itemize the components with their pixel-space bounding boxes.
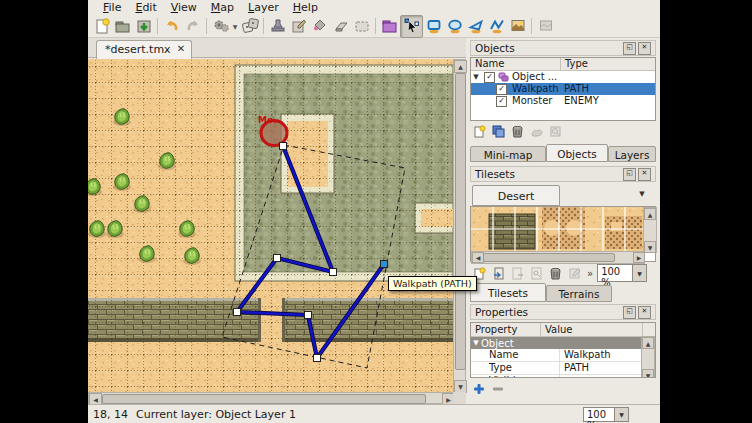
selected-path-node[interactable] (381, 261, 388, 268)
open-map-icon[interactable] (112, 16, 133, 37)
statusbar-zoom-value: 100 % (584, 408, 614, 421)
add-property-icon[interactable] (472, 381, 486, 400)
scroll-down-icon[interactable]: ▼ (642, 369, 654, 378)
properties-scrollbar[interactable]: ▲ ▼ (641, 336, 655, 378)
stamp-tool-icon[interactable] (267, 16, 288, 37)
visible-checkbox[interactable] (567, 377, 578, 378)
monster-name: Monster (510, 95, 564, 107)
document-tab[interactable]: *desert.tmx ✕ (96, 40, 192, 61)
path-node[interactable] (305, 312, 312, 319)
monster-visible-checkbox[interactable] (496, 96, 507, 107)
close-panel-icon[interactable]: ✕ (638, 42, 651, 55)
walkpath-visible-checkbox[interactable] (496, 84, 507, 95)
tileset-tab-desert[interactable]: Desert (472, 185, 560, 206)
float-panel-icon[interactable]: ◱ (623, 306, 636, 319)
export-tileset-icon[interactable] (509, 265, 525, 281)
statusbar-zoom-combo[interactable]: 100 % ▼ (583, 407, 629, 422)
close-panel-icon[interactable]: ✕ (638, 306, 651, 319)
menu-view[interactable]: View (164, 0, 204, 15)
stamp-brush-automap-icon[interactable]: ▼ (210, 16, 239, 37)
map-vertical-scrollbar[interactable]: ▲ ▼ (453, 59, 466, 392)
tileset-vertical-scrollbar[interactable]: ▲ ▼ (643, 207, 657, 253)
image-layer-tool-icon[interactable] (535, 16, 556, 37)
property-group-object[interactable]: ▼ Object (471, 337, 643, 349)
object-properties-icon[interactable] (547, 123, 563, 139)
insert-polyline-icon[interactable] (486, 16, 507, 37)
object-layer-row[interactable]: ▼ Object ... (471, 71, 655, 83)
rectangular-select-icon[interactable] (351, 16, 372, 37)
tab-layers[interactable]: Layers (608, 146, 656, 162)
chevron-down-icon[interactable]: ▼ (614, 408, 628, 421)
chevron-down-icon[interactable]: ▼ (632, 265, 646, 281)
menu-file[interactable]: File (96, 0, 128, 15)
scroll-up-icon[interactable]: ▲ (642, 337, 654, 349)
path-node[interactable] (330, 269, 337, 276)
scroll-up-icon[interactable]: ▲ (454, 60, 467, 73)
layer-visible-checkbox[interactable] (484, 72, 495, 83)
expander-icon[interactable]: ▼ (471, 71, 481, 83)
scroll-down-icon[interactable]: ▼ (644, 241, 656, 253)
tab-terrains[interactable]: Terrains (546, 285, 612, 302)
tilesets-panel-title: Tilesets (475, 168, 515, 180)
objects-table: Name Type ▼ Object ... Walkpath PATH Mon… (470, 57, 656, 121)
float-panel-icon[interactable]: ◱ (623, 168, 636, 181)
new-object-icon[interactable] (471, 123, 487, 139)
insert-rectangle-icon[interactable] (423, 16, 444, 37)
monster-row[interactable]: Monster ENEMY (471, 95, 655, 107)
path-node[interactable] (280, 143, 287, 150)
tab-objects[interactable]: Objects (546, 144, 608, 162)
tileset-view[interactable]: ▲ ▼ ◀ ▶ (470, 206, 656, 262)
insert-polygon-icon[interactable] (465, 16, 486, 37)
close-panel-icon[interactable]: ✕ (638, 168, 651, 181)
import-tileset-icon[interactable] (490, 265, 506, 281)
path-node[interactable] (274, 255, 281, 262)
monster-type: ENEMY (564, 95, 599, 107)
walkpath-row[interactable]: Walkpath PATH (471, 83, 655, 95)
random-mode-dice-icon[interactable] (239, 16, 260, 37)
property-row-visible[interactable]: Visible (471, 375, 643, 378)
undo-icon[interactable] (161, 16, 182, 37)
scroll-right-icon[interactable]: ▶ (633, 252, 645, 263)
duplicate-objects-icon[interactable] (490, 123, 506, 139)
remove-property-icon[interactable] (491, 381, 505, 400)
map-canvas[interactable]: Mo... (88, 59, 453, 392)
expander-icon[interactable]: ▼ (471, 339, 481, 347)
tileset-zoom-combo[interactable]: 100 % ▼ (597, 264, 647, 282)
objects-col-name[interactable]: Name (471, 58, 561, 70)
save-map-icon[interactable] (133, 16, 154, 37)
raise-object-icon[interactable] (528, 123, 544, 139)
redo-icon[interactable] (182, 16, 203, 37)
menu-edit[interactable]: Edit (128, 0, 163, 15)
bucket-fill-icon[interactable] (309, 16, 330, 37)
properties-col-value[interactable]: Value (541, 323, 643, 336)
menu-help[interactable]: Help (286, 0, 325, 15)
objects-group-icon[interactable] (379, 16, 400, 37)
terrain-tool-icon[interactable] (288, 16, 309, 37)
tileset-horizontal-scrollbar[interactable]: ◀ ▶ (471, 251, 645, 264)
tileset-properties-icon[interactable] (528, 265, 544, 281)
map-horizontal-scrollbar[interactable]: ◀ ▶ (88, 392, 453, 404)
tileset-tiles[interactable] (471, 207, 643, 251)
menu-map[interactable]: Map (204, 0, 241, 15)
remove-object-icon[interactable] (509, 123, 525, 139)
menu-layer[interactable]: Layer (241, 0, 286, 15)
objects-col-type[interactable]: Type (561, 58, 655, 70)
float-panel-icon[interactable]: ◱ (623, 42, 636, 55)
scroll-up-icon[interactable]: ▲ (644, 208, 656, 220)
select-object-tool-icon[interactable] (400, 15, 423, 38)
insert-tile-object-icon[interactable] (507, 16, 528, 37)
toolbar-overflow-icon[interactable]: » (587, 268, 593, 279)
path-node[interactable] (314, 355, 321, 362)
tab-mini-map[interactable]: Mini-map (470, 146, 546, 162)
eraser-icon[interactable] (330, 16, 351, 37)
property-row-name[interactable]: Name Walkpath (471, 349, 643, 362)
delete-tileset-icon[interactable] (547, 265, 563, 281)
insert-ellipse-icon[interactable] (444, 16, 465, 37)
edit-terrain-icon[interactable] (566, 265, 582, 281)
path-node[interactable] (234, 309, 241, 316)
new-map-icon[interactable] (91, 16, 112, 37)
tab-tilesets[interactable]: Tilesets (470, 283, 546, 302)
properties-col-property[interactable]: Property (471, 323, 541, 336)
property-row-type[interactable]: Type PATH (471, 362, 643, 375)
tileset-dropdown-icon[interactable]: ▼ (634, 190, 650, 203)
